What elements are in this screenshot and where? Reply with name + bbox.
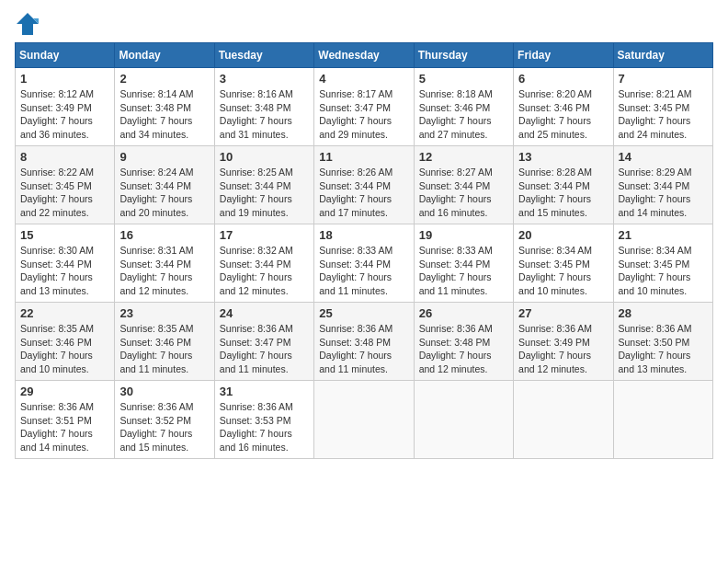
header-cell-friday: Friday (514, 43, 613, 68)
day-detail: Sunrise: 8:25 AMSunset: 3:44 PMDaylight:… (220, 166, 309, 220)
day-number: 27 (518, 306, 608, 320)
day-number: 21 (619, 228, 708, 242)
calendar-cell (514, 381, 613, 459)
calendar-cell: 3Sunrise: 8:16 AMSunset: 3:48 PMDaylight… (214, 68, 313, 146)
day-number: 31 (220, 385, 309, 398)
day-number: 23 (119, 306, 209, 320)
day-number: 4 (319, 72, 408, 86)
day-detail: Sunrise: 8:17 AMSunset: 3:47 PMDaylight:… (319, 87, 408, 142)
page: SundayMondayTuesdayWednesdayThursdayFrid… (0, 0, 728, 563)
week-row-5: 29Sunrise: 8:36 AMSunset: 3:51 PMDayligh… (16, 381, 713, 459)
calendar-cell: 7Sunrise: 8:21 AMSunset: 3:45 PMDaylight… (613, 68, 712, 146)
day-detail: Sunrise: 8:36 AMSunset: 3:53 PMDaylight:… (220, 400, 309, 454)
calendar-cell: 11Sunrise: 8:26 AMSunset: 3:44 PMDayligh… (314, 146, 414, 224)
calendar-cell (414, 381, 513, 459)
day-detail: Sunrise: 8:33 AMSunset: 3:44 PMDaylight:… (419, 244, 508, 298)
header-cell-sunday: Sunday (16, 43, 115, 68)
day-number: 9 (119, 150, 209, 164)
calendar-cell: 8Sunrise: 8:22 AMSunset: 3:45 PMDaylight… (16, 146, 115, 224)
day-number: 10 (220, 150, 309, 164)
calendar-cell: 30Sunrise: 8:36 AMSunset: 3:52 PMDayligh… (115, 381, 214, 459)
day-number: 13 (518, 150, 608, 164)
week-row-3: 15Sunrise: 8:30 AMSunset: 3:44 PMDayligh… (16, 224, 713, 303)
day-detail: Sunrise: 8:36 AMSunset: 3:49 PMDaylight:… (518, 322, 608, 376)
day-detail: Sunrise: 8:36 AMSunset: 3:51 PMDaylight:… (20, 400, 109, 454)
day-number: 24 (220, 306, 309, 320)
week-row-2: 8Sunrise: 8:22 AMSunset: 3:45 PMDaylight… (16, 146, 713, 224)
day-number: 18 (319, 228, 408, 242)
day-number: 28 (619, 306, 708, 320)
day-detail: Sunrise: 8:36 AMSunset: 3:52 PMDaylight:… (119, 400, 209, 454)
calendar-cell: 14Sunrise: 8:29 AMSunset: 3:44 PMDayligh… (613, 146, 712, 224)
day-number: 16 (119, 228, 209, 242)
calendar-cell: 27Sunrise: 8:36 AMSunset: 3:49 PMDayligh… (514, 303, 613, 381)
calendar-cell: 25Sunrise: 8:36 AMSunset: 3:48 PMDayligh… (314, 303, 414, 381)
day-detail: Sunrise: 8:20 AMSunset: 3:46 PMDaylight:… (518, 87, 608, 142)
calendar-cell: 31Sunrise: 8:36 AMSunset: 3:53 PMDayligh… (214, 381, 313, 459)
day-number: 1 (20, 72, 109, 86)
day-detail: Sunrise: 8:31 AMSunset: 3:44 PMDaylight:… (119, 244, 209, 298)
day-number: 15 (20, 228, 109, 242)
day-number: 25 (319, 306, 408, 320)
day-detail: Sunrise: 8:35 AMSunset: 3:46 PMDaylight:… (119, 322, 209, 376)
day-number: 5 (419, 72, 508, 86)
calendar-cell: 4Sunrise: 8:17 AMSunset: 3:47 PMDaylight… (314, 68, 414, 146)
svg-marker-0 (17, 13, 39, 35)
calendar-cell: 18Sunrise: 8:33 AMSunset: 3:44 PMDayligh… (314, 224, 414, 303)
calendar-cell: 26Sunrise: 8:36 AMSunset: 3:48 PMDayligh… (414, 303, 513, 381)
calendar-table: SundayMondayTuesdayWednesdayThursdayFrid… (15, 42, 713, 459)
day-detail: Sunrise: 8:36 AMSunset: 3:50 PMDaylight:… (619, 322, 708, 376)
logo (15, 11, 44, 37)
calendar-cell: 24Sunrise: 8:36 AMSunset: 3:47 PMDayligh… (214, 303, 313, 381)
day-detail: Sunrise: 8:21 AMSunset: 3:45 PMDaylight:… (619, 87, 708, 142)
day-number: 26 (419, 306, 508, 320)
header-cell-saturday: Saturday (613, 43, 712, 68)
calendar-cell (314, 381, 414, 459)
day-detail: Sunrise: 8:14 AMSunset: 3:48 PMDaylight:… (119, 87, 209, 142)
calendar-cell: 12Sunrise: 8:27 AMSunset: 3:44 PMDayligh… (414, 146, 513, 224)
day-number: 2 (119, 72, 209, 86)
header (15, 11, 713, 37)
day-detail: Sunrise: 8:18 AMSunset: 3:46 PMDaylight:… (419, 87, 508, 142)
calendar-cell: 6Sunrise: 8:20 AMSunset: 3:46 PMDaylight… (514, 68, 613, 146)
day-detail: Sunrise: 8:24 AMSunset: 3:44 PMDaylight:… (119, 166, 209, 220)
day-detail: Sunrise: 8:36 AMSunset: 3:48 PMDaylight:… (319, 322, 408, 376)
calendar-cell: 29Sunrise: 8:36 AMSunset: 3:51 PMDayligh… (16, 381, 115, 459)
header-cell-tuesday: Tuesday (214, 43, 313, 68)
calendar-cell: 1Sunrise: 8:12 AMSunset: 3:49 PMDaylight… (16, 68, 115, 146)
calendar-cell: 9Sunrise: 8:24 AMSunset: 3:44 PMDaylight… (115, 146, 214, 224)
day-detail: Sunrise: 8:28 AMSunset: 3:44 PMDaylight:… (518, 166, 608, 220)
header-row: SundayMondayTuesdayWednesdayThursdayFrid… (16, 43, 713, 68)
calendar-cell: 20Sunrise: 8:34 AMSunset: 3:45 PMDayligh… (514, 224, 613, 303)
day-detail: Sunrise: 8:30 AMSunset: 3:44 PMDaylight:… (20, 244, 109, 298)
week-row-4: 22Sunrise: 8:35 AMSunset: 3:46 PMDayligh… (16, 303, 713, 381)
day-detail: Sunrise: 8:22 AMSunset: 3:45 PMDaylight:… (20, 166, 109, 220)
calendar-cell: 28Sunrise: 8:36 AMSunset: 3:50 PMDayligh… (613, 303, 712, 381)
day-detail: Sunrise: 8:34 AMSunset: 3:45 PMDaylight:… (518, 244, 608, 298)
day-number: 6 (518, 72, 608, 86)
calendar-cell: 21Sunrise: 8:34 AMSunset: 3:45 PMDayligh… (613, 224, 712, 303)
day-detail: Sunrise: 8:32 AMSunset: 3:44 PMDaylight:… (220, 244, 309, 298)
header-cell-wednesday: Wednesday (314, 43, 414, 68)
day-number: 8 (20, 150, 109, 164)
day-number: 29 (20, 385, 109, 398)
day-number: 7 (619, 72, 708, 86)
day-number: 19 (419, 228, 508, 242)
calendar-cell: 16Sunrise: 8:31 AMSunset: 3:44 PMDayligh… (115, 224, 214, 303)
calendar-cell: 10Sunrise: 8:25 AMSunset: 3:44 PMDayligh… (214, 146, 313, 224)
day-detail: Sunrise: 8:26 AMSunset: 3:44 PMDaylight:… (319, 166, 408, 220)
calendar-cell: 5Sunrise: 8:18 AMSunset: 3:46 PMDaylight… (414, 68, 513, 146)
day-number: 17 (220, 228, 309, 242)
day-detail: Sunrise: 8:36 AMSunset: 3:48 PMDaylight:… (419, 322, 508, 376)
day-number: 3 (220, 72, 309, 86)
day-number: 22 (20, 306, 109, 320)
day-number: 11 (319, 150, 408, 164)
day-detail: Sunrise: 8:35 AMSunset: 3:46 PMDaylight:… (20, 322, 109, 376)
calendar-cell: 15Sunrise: 8:30 AMSunset: 3:44 PMDayligh… (16, 224, 115, 303)
day-number: 12 (419, 150, 508, 164)
header-cell-thursday: Thursday (414, 43, 513, 68)
calendar-cell: 22Sunrise: 8:35 AMSunset: 3:46 PMDayligh… (16, 303, 115, 381)
header-cell-monday: Monday (115, 43, 214, 68)
day-number: 14 (619, 150, 708, 164)
day-detail: Sunrise: 8:33 AMSunset: 3:44 PMDaylight:… (319, 244, 408, 298)
